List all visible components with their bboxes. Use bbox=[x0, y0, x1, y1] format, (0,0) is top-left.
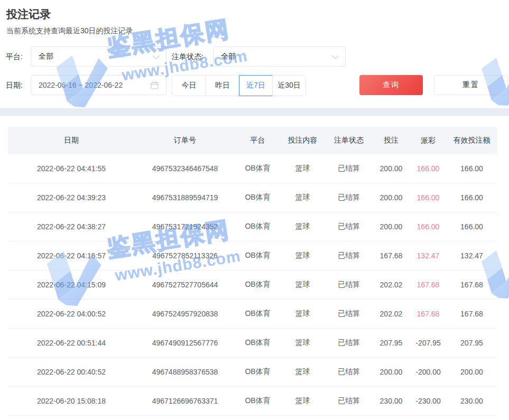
cell-platform: OB体育 bbox=[235, 329, 280, 358]
last30days-button[interactable]: 近30日 bbox=[272, 76, 306, 96]
date-range-input[interactable]: 2022-06-16 ~ 2022-06-22 bbox=[31, 75, 166, 95]
cell-order: 4967524957920838 bbox=[135, 300, 235, 329]
cell-bet: 200.00 bbox=[373, 183, 410, 212]
cell-status: 已结算 bbox=[325, 358, 373, 387]
status-select[interactable]: 全部 bbox=[213, 46, 346, 67]
cell-platform: OB体育 bbox=[235, 387, 280, 416]
cell-bet: 200.00 bbox=[373, 212, 410, 241]
cell-platform: OB体育 bbox=[235, 270, 280, 300]
calendar-icon[interactable] bbox=[151, 81, 159, 89]
cell-platform: OB体育 bbox=[235, 154, 280, 183]
last7days-button[interactable]: 近7日 bbox=[239, 76, 272, 96]
bet-records-table: 日期 订单号 平台 投注内容 注单状态 投注 派彩 有效投注额 2022-06-… bbox=[8, 127, 497, 416]
cell-valid: 132.47 bbox=[447, 241, 497, 270]
table-row: 2022-06-22 04:39:23 4967531889594719 OB体… bbox=[8, 183, 497, 212]
cell-content: 篮球 bbox=[280, 387, 325, 416]
cell-valid: 166.00 bbox=[447, 183, 497, 212]
cell-content: 篮球 bbox=[280, 358, 325, 387]
table-row: 2022-06-22 04:38:27 4967531721924352 OB体… bbox=[8, 212, 497, 241]
cell-content: 篮球 bbox=[280, 329, 325, 358]
cell-order: 4967488958376538 bbox=[135, 358, 235, 387]
cell-valid: 166.00 bbox=[447, 154, 497, 183]
col-header-order: 订单号 bbox=[135, 127, 235, 154]
cell-order: 4967490912567776 bbox=[135, 329, 235, 358]
cell-platform: OB体育 bbox=[235, 300, 280, 329]
cell-content: 篮球 bbox=[280, 241, 325, 270]
col-header-platform: 平台 bbox=[235, 127, 280, 154]
table-header-row: 日期 订单号 平台 投注内容 注单状态 投注 派彩 有效投注额 bbox=[8, 127, 497, 154]
cell-bet: 207.95 bbox=[373, 329, 410, 358]
cell-bet: 202.02 bbox=[373, 300, 410, 329]
cell-platform: OB体育 bbox=[235, 183, 280, 212]
table-row: 2022-06-22 04:16:57 4967527852113326 OB体… bbox=[8, 241, 497, 270]
col-header-content: 投注内容 bbox=[280, 127, 325, 154]
cell-date: 2022-06-22 00:51:44 bbox=[8, 329, 135, 358]
cell-status: 已结算 bbox=[325, 154, 373, 183]
cell-date: 2022-06-22 04:41:55 bbox=[8, 154, 135, 183]
reset-button[interactable]: 重置 bbox=[434, 75, 508, 95]
cell-order: 4967527527705644 bbox=[135, 270, 235, 300]
cell-date: 2022-06-22 04:38:27 bbox=[8, 212, 135, 241]
table-row: 2022-06-20 15:08:18 4967126696763371 OB体… bbox=[8, 387, 497, 416]
cell-order: 4967532346467548 bbox=[135, 154, 235, 183]
cell-valid: 166.00 bbox=[447, 212, 497, 241]
cell-content: 篮球 bbox=[280, 154, 325, 183]
date-quick-filter-group: 今日 昨日 近7日 近30日 bbox=[172, 75, 306, 96]
col-header-valid: 有效投注额 bbox=[447, 127, 497, 154]
cell-payout: -230.00 bbox=[410, 387, 447, 416]
platform-label: 平台: bbox=[6, 52, 23, 62]
cell-payout: 167.68 bbox=[410, 300, 447, 329]
cell-platform: OB体育 bbox=[235, 358, 280, 387]
cell-bet: 167.68 bbox=[373, 241, 410, 270]
col-header-payout: 派彩 bbox=[410, 127, 447, 154]
col-header-status: 注单状态 bbox=[325, 127, 373, 154]
cell-date: 2022-06-22 04:16:57 bbox=[8, 241, 135, 270]
today-button[interactable]: 今日 bbox=[172, 76, 206, 96]
cell-status: 已结算 bbox=[325, 183, 373, 212]
cell-content: 篮球 bbox=[280, 300, 325, 329]
cell-bet: 230.00 bbox=[373, 387, 410, 416]
status-label: 注单状态: bbox=[172, 52, 203, 62]
cell-date: 2022-06-22 00:40:52 bbox=[8, 358, 135, 387]
cell-status: 已结算 bbox=[325, 212, 373, 241]
cell-order: 4967531889594719 bbox=[135, 183, 235, 212]
cell-date: 2022-06-22 04:00:52 bbox=[8, 300, 135, 329]
cell-status: 已结算 bbox=[325, 241, 373, 270]
cell-valid: 207.95 bbox=[447, 329, 497, 358]
col-header-bet: 投注 bbox=[373, 127, 410, 154]
cell-valid: 167.68 bbox=[447, 300, 497, 329]
chevron-down-icon bbox=[332, 52, 339, 59]
cell-content: 篮球 bbox=[280, 270, 325, 300]
cell-date: 2022-06-20 15:08:18 bbox=[8, 387, 135, 416]
table-row: 2022-06-22 00:40:52 4967488958376538 OB体… bbox=[8, 358, 497, 387]
cell-date: 2022-06-22 04:39:23 bbox=[8, 183, 135, 212]
cell-order: 4967126696763371 bbox=[135, 387, 235, 416]
cell-status: 已结算 bbox=[325, 329, 373, 358]
cell-payout: -200.00 bbox=[410, 358, 447, 387]
cell-bet: 200.00 bbox=[373, 358, 410, 387]
platform-select-value: 全部 bbox=[39, 52, 53, 61]
cell-payout: -207.95 bbox=[410, 329, 447, 358]
cell-bet: 200.00 bbox=[373, 154, 410, 183]
yesterday-button[interactable]: 昨日 bbox=[206, 76, 239, 96]
cell-payout: 132.47 bbox=[410, 241, 447, 270]
cell-platform: OB体育 bbox=[235, 241, 280, 270]
platform-select[interactable]: 全部 bbox=[31, 46, 166, 67]
page-subtitle: 当前系统支持查询最近30日的投注记录 bbox=[6, 26, 133, 36]
page-title: 投注记录 bbox=[6, 7, 51, 22]
query-button[interactable]: 查询 bbox=[359, 75, 423, 95]
cell-platform: OB体育 bbox=[235, 212, 280, 241]
cell-payout: 166.00 bbox=[410, 212, 447, 241]
table-row: 2022-06-22 04:00:52 4967524957920838 OB体… bbox=[8, 300, 497, 329]
table-row: 2022-06-22 00:51:44 4967490912567776 OB体… bbox=[8, 329, 497, 358]
cell-valid: 200.00 bbox=[447, 358, 497, 387]
cell-valid: 230.00 bbox=[447, 387, 497, 416]
date-range-value: 2022-06-16 ~ 2022-06-22 bbox=[39, 81, 123, 89]
cell-status: 已结算 bbox=[325, 387, 373, 416]
cell-payout: 167.68 bbox=[410, 270, 447, 300]
section-divider-band bbox=[0, 108, 509, 116]
cell-status: 已结算 bbox=[325, 270, 373, 300]
cell-date: 2022-06-22 04:15:09 bbox=[8, 270, 135, 300]
date-label: 日期: bbox=[6, 81, 23, 90]
cell-content: 篮球 bbox=[280, 183, 325, 212]
